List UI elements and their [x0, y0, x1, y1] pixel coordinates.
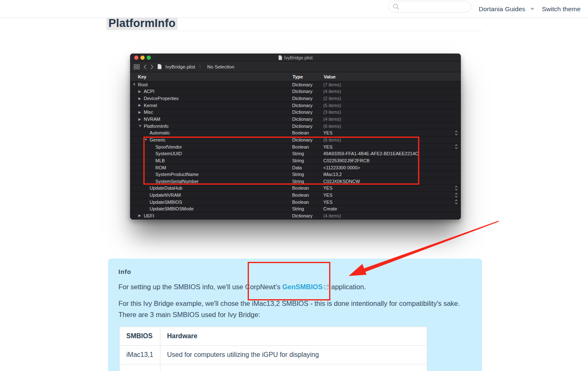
plist-row[interactable]: UpdateSMBIOSMode String Create	[130, 206, 461, 213]
p1-suffix: application.	[329, 283, 366, 290]
plist-row-type: String	[290, 206, 321, 211]
editor-grid-icon[interactable]	[134, 64, 140, 69]
value-stepper[interactable]	[452, 144, 461, 149]
value-stepper[interactable]	[452, 193, 461, 198]
plist-column-header: Key Type Value	[130, 72, 461, 81]
plist-row-value: YES	[321, 193, 452, 198]
plist-row-type: Dictionary	[290, 213, 321, 218]
plist-row[interactable]: ▶ ACPI Dictionary (4 items)	[130, 88, 461, 95]
plist-row-key: ROM	[130, 165, 290, 170]
plist-row[interactable]: SpoofVendor Boolean YES	[130, 144, 461, 151]
plist-row[interactable]: UpdateSMBIOS Boolean YES	[130, 199, 461, 206]
plist-row-key: MLB	[130, 158, 290, 163]
plist-row-type: Boolean	[290, 200, 321, 205]
disclosure-triangle-icon[interactable]: ▶	[138, 214, 144, 217]
disclosure-triangle-icon[interactable]: ▶	[138, 110, 144, 114]
plist-key-label: UpdateDataHub	[150, 186, 182, 190]
plist-row-type: String	[290, 151, 321, 156]
plist-row[interactable]: UpdateDataHub Boolean YES	[130, 185, 461, 192]
column-key[interactable]: Key	[130, 74, 290, 79]
plist-key-label: Misc	[144, 110, 153, 115]
plist-row[interactable]: ▶ DeviceProperties Dictionary (2 items)	[130, 95, 461, 102]
column-type[interactable]: Type	[290, 74, 321, 79]
disclosure-triangle-icon[interactable]: ▼	[133, 83, 138, 86]
breadcrumb-file[interactable]: IvyBridge.plist	[165, 64, 195, 69]
plist-row-key: ▼ Root	[130, 82, 290, 87]
plist-row-value: YES	[321, 200, 452, 205]
plist-row-key: ▶ Misc	[130, 110, 290, 115]
plist-row[interactable]: SystemUUID String 49A93359-FFA1-4B4E-AFE…	[130, 150, 461, 157]
search-input[interactable]	[402, 3, 477, 10]
nav-dortania-guides[interactable]: Dortania Guides	[479, 0, 534, 18]
plist-key-label: Kernel	[144, 103, 157, 108]
value-stepper[interactable]	[452, 199, 461, 205]
plist-row[interactable]: UpdateNVRAM Boolean YES	[130, 192, 461, 199]
plist-row-key: UpdateDataHub	[130, 186, 290, 190]
plist-row-value: (2 items)	[321, 96, 452, 101]
smbios-table: SMBIOS Hardware iMac13,1 Used for comput…	[119, 327, 427, 371]
site-header: Dortania Guides Switch theme	[0, 0, 588, 18]
disclosure-triangle-icon[interactable]: ▶	[138, 97, 144, 100]
plist-row-type: Dictionary	[290, 89, 321, 94]
disclosure-triangle-icon[interactable]: ▼	[138, 124, 144, 128]
plist-row[interactable]: ▶ Misc Dictionary (3 items)	[130, 109, 461, 116]
chevron-down-icon	[530, 8, 534, 10]
breadcrumb-selection[interactable]: No Selection	[207, 64, 234, 69]
plist-row[interactable]: ▼ Root Dictionary (7 items)	[130, 81, 461, 88]
plist-row[interactable]: ▶ UEFI Dictionary (4 items)	[130, 212, 461, 220]
plist-row[interactable]: Automatic Boolean YES	[130, 129, 461, 137]
value-stepper[interactable]	[452, 130, 461, 136]
plist-row-value: YES	[321, 186, 452, 190]
plist-key-label: UpdateSMBIOSMode	[150, 206, 194, 211]
disclosure-triangle-icon[interactable]: ▶	[138, 103, 144, 107]
plist-row[interactable]: SystemSerialNumber String C02JX0KSDNCW	[130, 178, 461, 185]
plist-key-label: SystemUUID	[155, 151, 182, 156]
forward-chevron-icon[interactable]	[150, 64, 154, 69]
cell-hardware	[160, 364, 427, 371]
plist-row[interactable]: ▶ Kernel Dictionary (5 items)	[130, 102, 461, 109]
info-callout: Info For setting up the SMBIOS info, we'…	[108, 259, 482, 371]
plist-row-value: (4 items)	[321, 89, 452, 94]
plist-row[interactable]: MLB String C02253902J9F2FRCB	[130, 157, 461, 164]
plist-row-value: iMac13,2	[321, 172, 452, 177]
nav-dortania-label: Dortania Guides	[479, 5, 525, 13]
disclosure-triangle-icon[interactable]: ▶	[138, 90, 144, 93]
disclosure-triangle-icon[interactable]: ▼	[144, 138, 150, 142]
plist-row-value: (3 items)	[321, 110, 452, 115]
plist-row-type: Dictionary	[290, 117, 321, 122]
plist-row[interactable]: ▼ PlatformInfo Dictionary (6 items)	[130, 123, 461, 130]
plist-row-key: ▼ Generic	[130, 137, 290, 142]
plist-row-type: String	[290, 158, 321, 163]
gensmbios-link[interactable]: GenSMBIOS	[282, 283, 322, 290]
plist-key-label: Generic	[150, 137, 166, 142]
search-icon	[393, 3, 399, 10]
document-icon	[157, 64, 162, 69]
plist-row-key: SystemUUID	[130, 151, 290, 156]
jump-bar: IvyBridge.plist 〉 No Selection	[130, 61, 461, 72]
plist-row-value: YES	[321, 130, 452, 135]
title-divider	[108, 31, 482, 31]
plist-row-key: ▶ ACPI	[130, 89, 290, 94]
plist-row-type: Data	[290, 165, 321, 170]
value-stepper[interactable]	[452, 186, 461, 191]
plist-row[interactable]: ROM Data <11223300 0000>	[130, 164, 461, 171]
disclosure-triangle-icon[interactable]: ▶	[138, 117, 144, 121]
plist-row-value: YES	[321, 144, 452, 149]
window-title: IvyBridge.plist	[130, 54, 461, 61]
plist-row-type: Boolean	[290, 144, 321, 149]
plist-row-value: (4 items)	[321, 213, 452, 218]
plist-key-label: UEFI	[144, 213, 154, 218]
plist-row[interactable]: SystemProductName String iMac13,2	[130, 171, 461, 178]
plist-row[interactable]: ▶ NVRAM Dictionary (4 items)	[130, 116, 461, 123]
column-value[interactable]: Value	[321, 74, 461, 79]
nav-switch-theme[interactable]: Switch theme	[542, 0, 581, 18]
plist-row[interactable]: ▼ Generic Dictionary (6 items)	[130, 137, 461, 144]
plist-row-type: String	[290, 179, 321, 184]
plist-row-type: Boolean	[290, 130, 321, 135]
search-box[interactable]	[388, 1, 471, 12]
nav-switch-label: Switch theme	[542, 5, 581, 13]
back-chevron-icon[interactable]	[143, 64, 147, 69]
p1-prefix: For setting up the SMBIOS info, we'll us…	[118, 283, 282, 290]
plist-row-key: UpdateNVRAM	[130, 193, 290, 198]
plist-key-label: Automatic	[150, 130, 170, 135]
